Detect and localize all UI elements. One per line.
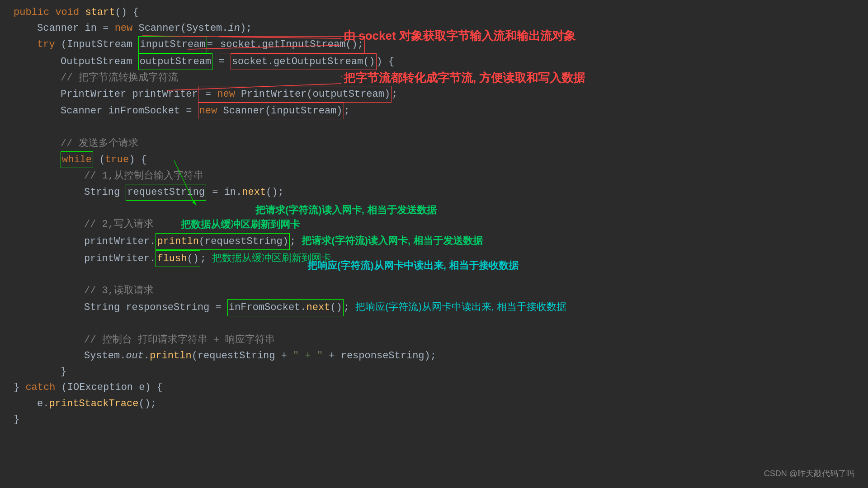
line-1: public void start () { — [14, 5, 854, 20]
var-requeststring-box: requestString — [126, 184, 206, 201]
annotation-flush-inline: 把数据从缓冲区刷新到网卡 — [181, 218, 300, 231]
var-inputstream-box: inputStream — [138, 36, 207, 53]
line-16: String responseString = inFromSocket.nex… — [14, 299, 854, 316]
keyword-public: public — [14, 5, 49, 20]
keyword-catch: catch — [25, 380, 55, 395]
line-6: PrintWriter printWriter = new PrintWrite… — [14, 86, 854, 103]
method-getinputstream-box: socket.getInputStream(); — [219, 36, 365, 53]
annotation-println-inline: 把请求(字符流)读入网卡, 相当于发送数据 — [255, 203, 437, 217]
comment-println: 把请求(字符流)读入网卡, 相当于发送数据 — [302, 233, 483, 249]
new-printwriter-box: = new PrintWriter(outputStream) — [198, 86, 392, 103]
line-9: while ( true ) { — [14, 151, 854, 168]
line-21: e. printStackTrace (); — [14, 396, 854, 412]
keyword-try: try — [37, 37, 55, 52]
annotation-convert-streams: 把字节流都转化成字节流, 方便读取和写入数据 — [344, 70, 585, 86]
line-blank-4 — [14, 316, 854, 332]
method-start: start — [85, 5, 115, 20]
line-22: } — [14, 412, 854, 427]
line-19: } — [14, 364, 854, 380]
line-blank-1 — [14, 119, 854, 135]
method-flush-box: flush() — [156, 250, 200, 267]
line-18: System . out . println (requestString + … — [14, 348, 854, 364]
annotation-socket-streams: 由 socket 对象获取字节输入流和输出流对象 — [344, 28, 576, 44]
comment-response: 把响应(字符流)从网卡中读出来, 相当于接收数据 — [355, 299, 566, 314]
line-8: // 发送多个请求 — [14, 136, 854, 151]
line-15: // 3,读取请求 — [14, 283, 854, 299]
line-4: OutputStream outputStream = socket.getOu… — [14, 53, 854, 70]
keyword-new-scanner: new — [115, 20, 133, 36]
keyword-void: void — [55, 5, 79, 20]
line-7: Scanner inFromSocket = new Scanner(input… — [14, 103, 854, 119]
csdn-watermark: CSDN @昨天敲代码了吗 — [764, 468, 854, 479]
var-outputstream-box: outputStream — [138, 53, 212, 70]
method-fromsocket-next-box: inFromSocket.next() — [227, 299, 344, 316]
line-12: // 2,写入请求 — [14, 216, 854, 232]
method-println-box: println(requestString) — [156, 233, 289, 250]
keyword-while-box: while — [61, 151, 93, 168]
line-20: } catch ( IOException e) { — [14, 380, 854, 395]
method-getoutputstream-box: socket.getOutputStream() — [231, 53, 377, 70]
line-13: printWriter. println(requestString) ; 把请… — [14, 233, 854, 250]
line-11: String requestString = in. next (); — [14, 184, 854, 201]
annotation-response-inline: 把响应(字符流)从网卡中读出来, 相当于接收数据 — [307, 259, 519, 272]
line-10: // 1,从控制台输入字符串 — [14, 168, 854, 184]
line-17: // 控制台 打印请求字符串 + 响应字符串 — [14, 332, 854, 348]
new-scanner-inputstream-box: new Scanner(inputStream) — [198, 103, 344, 119]
